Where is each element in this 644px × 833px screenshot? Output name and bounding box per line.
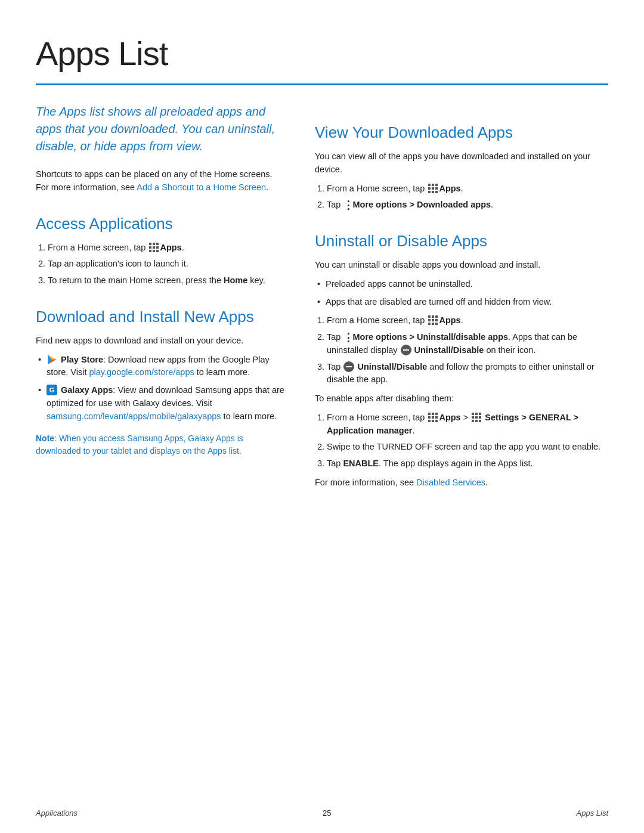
- disabled-services-link[interactable]: Disabled Services: [416, 478, 485, 487]
- intro-text: The Apps list shows all preloaded apps a…: [36, 103, 286, 155]
- uninstall-step-1: From a Home screen, tap: [327, 314, 608, 327]
- minus-icon-1: [401, 345, 411, 355]
- svg-rect-28: [428, 323, 431, 325]
- svg-rect-18: [435, 187, 438, 190]
- uninstall-bullet-2: Apps that are disabled are turned off an…: [315, 296, 608, 309]
- footer-left: Applications: [36, 807, 78, 819]
- svg-rect-22: [428, 315, 431, 318]
- svg-rect-35: [432, 416, 434, 419]
- svg-rect-14: [432, 184, 434, 186]
- access-step-1: From a Home screen, tap: [48, 241, 286, 255]
- play-store-link[interactable]: play.google.com/store/apps: [89, 367, 194, 377]
- download-bullet-galaxy: G Galaxy Apps: View and download Samsung…: [36, 384, 286, 423]
- svg-rect-20: [432, 191, 434, 193]
- svg-rect-1: [153, 243, 155, 245]
- shortcut-suffix: .: [266, 182, 268, 192]
- svg-rect-32: [432, 413, 434, 415]
- svg-rect-43: [472, 416, 474, 419]
- view-step-2: Tap ⋮ More options > Downloaded apps.: [327, 199, 608, 212]
- svg-rect-23: [432, 315, 434, 318]
- svg-rect-36: [435, 416, 438, 419]
- svg-rect-21: [435, 191, 438, 193]
- minus-icon-2: [343, 361, 354, 372]
- footer: Applications 25 Apps List: [36, 807, 608, 819]
- footer-center: 25: [323, 807, 331, 819]
- enable-step-3: Tap ENABLE. The app displays again in th…: [327, 457, 608, 470]
- svg-rect-38: [432, 420, 434, 422]
- main-content: The Apps list shows all preloaded apps a…: [36, 103, 608, 496]
- svg-rect-24: [435, 315, 438, 318]
- play-store-icon: [47, 354, 57, 365]
- svg-rect-25: [428, 319, 431, 321]
- view-step-1: From a Home screen, tap: [327, 182, 608, 196]
- galaxy-apps-icon: G: [47, 385, 57, 395]
- shortcut-link[interactable]: Add a Shortcut to a Home Screen: [137, 182, 266, 192]
- svg-rect-47: [475, 420, 478, 422]
- svg-rect-19: [428, 191, 431, 193]
- enable-step-2: Swipe to the TURNED OFF screen and tap t…: [327, 441, 608, 454]
- svg-rect-31: [428, 413, 431, 415]
- uninstall-desc: You can uninstall or disable apps you do…: [315, 259, 608, 272]
- apps-label-1: Apps: [160, 243, 181, 252]
- footer-right: Apps List: [577, 807, 608, 819]
- galaxy-apps-link[interactable]: samsung.com/levant/apps/mobile/galaxyapp…: [47, 411, 221, 421]
- apps-icon-1: [148, 242, 159, 253]
- svg-rect-42: [479, 413, 481, 415]
- svg-rect-0: [149, 243, 151, 245]
- uninstall-heading: Uninstall or Disable Apps: [315, 230, 608, 253]
- enable-heading: To enable apps after disabling them:: [315, 392, 608, 405]
- apps-label-2: Apps: [439, 184, 460, 193]
- svg-rect-44: [475, 416, 478, 419]
- svg-rect-15: [435, 184, 438, 186]
- svg-rect-29: [432, 323, 434, 325]
- download-bullets: Play Store: Download new apps from the G…: [36, 354, 286, 423]
- download-heading: Download and Install New Apps: [36, 305, 286, 329]
- svg-rect-41: [475, 413, 478, 415]
- apps-icon-settings: [471, 412, 482, 423]
- uninstall-bullet-1: Preloaded apps cannot be uninstalled.: [315, 278, 608, 291]
- svg-rect-39: [435, 420, 438, 422]
- access-heading: Access Applications: [36, 212, 286, 236]
- uninstall-bullets: Preloaded apps cannot be uninstalled. Ap…: [315, 278, 608, 309]
- svg-rect-26: [432, 319, 434, 321]
- svg-rect-3: [149, 246, 151, 249]
- svg-rect-30: [435, 323, 438, 325]
- svg-rect-17: [432, 187, 434, 190]
- svg-rect-40: [472, 413, 474, 415]
- galaxy-apps-label: Galaxy Apps: [61, 385, 113, 395]
- shortcut-text: Shortcuts to apps can be placed on any o…: [36, 168, 286, 194]
- more-options-icon-1: ⋮: [343, 200, 350, 210]
- access-step-2: Tap an application's icon to launch it.: [48, 258, 286, 271]
- apps-icon-3: [428, 315, 438, 326]
- enable-step-1: From a Home screen, tap: [327, 411, 608, 438]
- svg-rect-8: [156, 250, 159, 252]
- title-divider: [36, 83, 608, 85]
- page-title: Apps List: [36, 29, 608, 79]
- view-steps-list: From a Home screen, tap: [315, 182, 608, 212]
- more-info-text: For more information, see Disabled Servi…: [315, 476, 608, 490]
- svg-rect-46: [472, 420, 474, 422]
- svg-rect-34: [428, 416, 431, 419]
- svg-rect-6: [149, 250, 151, 252]
- svg-rect-2: [156, 243, 159, 245]
- uninstall-step-3: Tap Uninstall/Disable and follow the pro…: [327, 361, 608, 387]
- apps-icon-4: [428, 412, 438, 423]
- note-text: : When you access Samsung Apps, Galaxy A…: [36, 433, 243, 456]
- note-box: Note: When you access Samsung Apps, Gala…: [36, 432, 286, 457]
- svg-rect-4: [153, 246, 155, 249]
- download-bullet-playstore: Play Store: Download new apps from the G…: [36, 354, 286, 380]
- view-desc: You can view all of the apps you have do…: [315, 150, 608, 176]
- apps-label-4: Apps: [439, 413, 460, 422]
- view-heading: View Your Downloaded Apps: [315, 121, 608, 144]
- svg-rect-48: [479, 420, 481, 422]
- download-desc: Find new apps to download and install on…: [36, 335, 286, 348]
- right-column: View Your Downloaded Apps You can view a…: [315, 103, 608, 496]
- play-store-label: Play Store: [61, 355, 103, 364]
- svg-rect-27: [435, 319, 438, 321]
- svg-rect-33: [435, 413, 438, 415]
- svg-rect-7: [153, 250, 155, 252]
- uninstall-step-2: Tap ⋮ More options > Uninstall/disable a…: [327, 331, 608, 357]
- uninstall-steps-list: From a Home screen, tap: [315, 314, 608, 386]
- svg-rect-5: [156, 246, 159, 249]
- enable-steps-list: From a Home screen, tap: [315, 411, 608, 470]
